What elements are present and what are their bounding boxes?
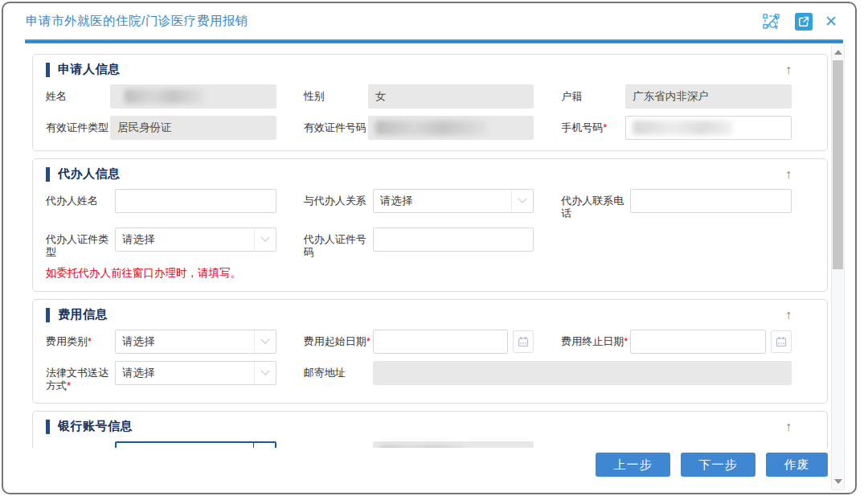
applicant-section: 申请人信息 ↑ 姓名 性别 女 户籍 广东省内非深户 有效证件类型 居民 <box>32 54 828 151</box>
empty-cell <box>561 441 792 448</box>
start-date-picker-button[interactable] <box>513 330 534 353</box>
bank-section: 银行账号信息 ↑ 开户银行* 中国银行 银行户名 <box>32 411 828 448</box>
dialog-window: 申请市外就医的住院/门诊医疗费用报销 <box>2 2 857 494</box>
section-bar <box>46 308 50 322</box>
section-bar <box>46 63 50 77</box>
crop-zoom-icon <box>763 12 783 31</box>
open-external-button[interactable] <box>795 13 813 31</box>
collapse-arrow-icon[interactable]: ↑ <box>785 420 792 433</box>
redacted-value <box>633 121 733 135</box>
agent-id-type-label: 代办人证件类型 <box>46 228 115 259</box>
select-value: 请选择 <box>116 362 254 384</box>
fee-end-date-field-group: 费用终止日期* <box>561 330 792 354</box>
bank-select[interactable]: 中国银行 <box>115 441 276 448</box>
redacted-value <box>380 446 465 448</box>
account-name-label: 银行户名 <box>304 441 373 448</box>
redacted-value <box>125 89 203 104</box>
area-select-zoom-button[interactable] <box>763 12 783 31</box>
delivery-method-select[interactable]: 请选择 <box>115 361 276 385</box>
agent-id-type-select[interactable]: 请选择 <box>115 228 276 252</box>
bank-section-header: 银行账号信息 <box>46 419 792 434</box>
id-number-field <box>368 116 534 140</box>
next-step-button[interactable]: 下一步 <box>681 453 755 477</box>
agent-note: 如委托代办人前往窗口办理时，请填写。 <box>46 266 792 281</box>
bank-section-title: 银行账号信息 <box>58 419 133 434</box>
account-name-field <box>373 441 534 448</box>
agent-name-field-group: 代办人姓名 <box>46 189 276 220</box>
agent-name-input[interactable] <box>115 189 276 213</box>
chevron-down-icon <box>254 362 276 384</box>
agent-name-label: 代办人姓名 <box>46 189 115 207</box>
name-label: 姓名 <box>46 84 110 103</box>
fee-start-date-field-group: 费用起始日期* <box>304 330 534 354</box>
agent-relation-field-group: 与代办人关系 请选择 <box>304 189 534 220</box>
agent-relation-label: 与代办人关系 <box>304 189 373 207</box>
delivery-method-label: 法律文书送达方式* <box>46 361 115 392</box>
redacted-value <box>375 121 488 135</box>
fee-category-label: 费用类别* <box>46 330 115 348</box>
agent-phone-label: 代办人联系电话 <box>561 189 630 220</box>
id-number-field-group: 有效证件号码 <box>304 116 534 140</box>
id-type-field: 居民身份证 <box>110 116 276 140</box>
fee-end-date-input[interactable] <box>630 330 766 354</box>
fee-start-date-input[interactable] <box>373 330 509 354</box>
fee-start-date-label: 费用起始日期* <box>304 330 373 348</box>
select-value: 中国银行 <box>117 443 253 448</box>
agent-section-title: 代办人信息 <box>58 166 121 182</box>
collapse-arrow-icon[interactable]: ↑ <box>785 309 792 322</box>
phone-input[interactable] <box>625 116 792 140</box>
fee-section: 费用信息 ↑ 费用类别* 请选择 费用起始日期* <box>32 299 828 404</box>
gender-field: 女 <box>368 84 534 109</box>
scroll-down-arrow-icon[interactable] <box>834 479 842 484</box>
select-value: 请选择 <box>116 330 254 353</box>
applicant-section-header: 申请人信息 <box>46 62 792 77</box>
agent-section: 代办人信息 ↑ 代办人姓名 与代办人关系 请选择 代办人联系电话 <box>32 158 828 292</box>
page-title: 申请市外就医的住院/门诊医疗费用报销 <box>26 13 763 30</box>
select-value: 请选择 <box>116 228 254 251</box>
previous-step-button[interactable]: 上一步 <box>596 453 670 477</box>
name-field-group: 姓名 <box>46 84 276 109</box>
phone-field-group: 手机号码* <box>561 116 792 140</box>
agent-id-type-field-group: 代办人证件类型 请选择 <box>46 228 276 259</box>
required-asterisk: * <box>88 447 92 448</box>
close-icon[interactable]: ✕ <box>825 14 837 29</box>
id-number-label: 有效证件号码 <box>304 116 368 134</box>
vertical-scrollbar[interactable] <box>831 43 845 490</box>
required-asterisk: * <box>88 335 92 347</box>
agent-id-number-field-group: 代办人证件号码 <box>304 228 534 259</box>
agent-id-number-label: 代办人证件号码 <box>304 228 373 259</box>
phone-label: 手机号码* <box>561 116 625 134</box>
delivery-method-field-group: 法律文书送达方式* 请选择 <box>46 361 276 392</box>
calendar-icon <box>518 336 529 347</box>
collapse-arrow-icon[interactable]: ↑ <box>785 168 792 181</box>
required-asterisk: * <box>366 335 371 347</box>
agent-phone-input[interactable] <box>630 189 792 213</box>
name-field <box>110 84 276 109</box>
id-type-field-group: 有效证件类型 居民身份证 <box>46 116 276 140</box>
section-bar <box>46 420 50 434</box>
section-bar <box>46 167 50 182</box>
mail-address-field-group: 邮寄地址 <box>304 361 792 392</box>
end-date-picker-button[interactable] <box>771 330 792 353</box>
fee-category-select[interactable]: 请选择 <box>115 330 276 354</box>
applicant-section-title: 申请人信息 <box>58 62 121 77</box>
fee-section-title: 费用信息 <box>58 307 108 322</box>
account-name-field-group: 银行户名 <box>304 441 534 448</box>
gender-field-group: 性别 女 <box>304 84 534 109</box>
collapse-arrow-icon[interactable]: ↑ <box>785 64 792 76</box>
agent-relation-select[interactable]: 请选择 <box>373 189 534 213</box>
scroll-up-arrow-icon[interactable] <box>834 50 842 55</box>
chevron-down-icon <box>253 443 275 448</box>
gender-label: 性别 <box>304 84 368 103</box>
agent-id-number-input[interactable] <box>373 228 534 252</box>
bank-label: 开户银行* <box>46 441 115 448</box>
scrollbar-thumb[interactable] <box>833 60 843 269</box>
chevron-down-icon <box>511 190 533 212</box>
agent-section-header: 代办人信息 <box>46 166 792 182</box>
required-asterisk: * <box>67 379 71 391</box>
mail-address-label: 邮寄地址 <box>304 361 373 379</box>
select-value: 请选择 <box>374 190 512 212</box>
household-field-group: 户籍 广东省内非深户 <box>561 84 792 109</box>
void-button[interactable]: 作废 <box>766 453 828 477</box>
required-asterisk: * <box>624 335 628 347</box>
